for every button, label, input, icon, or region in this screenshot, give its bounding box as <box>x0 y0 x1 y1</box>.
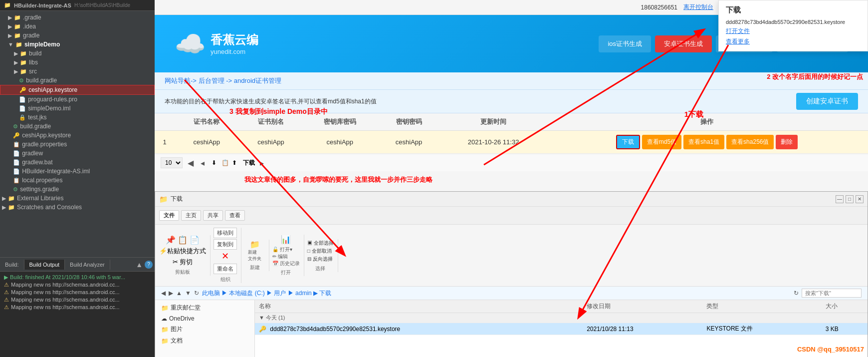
deselect-all-label[interactable]: □ 全部取消 <box>307 247 334 255</box>
nav-ios-cert[interactable]: ios证书生成 <box>599 35 651 52</box>
col-size: 大小 <box>822 300 868 313</box>
tree-item-build-gradle[interactable]: ⚙ build.gradle <box>0 76 155 85</box>
build-output-tab[interactable]: Build Output <box>24 260 65 270</box>
create-cert-button[interactable]: 创建安卓证书 <box>796 93 858 110</box>
warning-icon: ⚠ <box>4 304 9 311</box>
copy-icon[interactable]: 📋 <box>221 159 229 166</box>
scroll-up-icon[interactable]: ▲ <box>136 261 143 269</box>
tab-view[interactable]: 查看 <box>225 210 245 221</box>
tree-label: build.gradle <box>20 123 51 130</box>
tree-item-build[interactable]: ▶ 📁 build <box>0 49 155 58</box>
tree-label: settings.gradle <box>20 186 59 193</box>
tree-item-root-keystore[interactable]: 🔑 ceshiApp.keystore <box>0 131 155 140</box>
build-analyzer-tab[interactable]: Build Analyzer <box>65 260 110 270</box>
maximize-button[interactable]: □ <box>846 195 854 203</box>
tree-item-src[interactable]: ▶ 📁 src <box>0 67 155 76</box>
onedrive-icon: ☁ <box>161 315 167 322</box>
tab-home[interactable]: 主页 <box>181 210 201 221</box>
see-more-link[interactable]: 查看更多 <box>726 38 750 45</box>
folder-icon: 📁 <box>8 195 15 202</box>
tab-file[interactable]: 文件 <box>159 210 179 221</box>
spacer <box>14 87 17 93</box>
table-row: 1 ceshiApp ceshiApp ceshiApp ceshiApp 20… <box>155 131 868 154</box>
page-size-select[interactable]: 10 20 50 <box>161 157 183 168</box>
new-folder-icon[interactable]: 📁 <box>250 240 260 249</box>
tree-item-gradle2[interactable]: ▶ 📁 gradle <box>0 31 155 40</box>
copy-icon[interactable]: 📋 <box>178 235 188 245</box>
tree-item-hbuilder-iml[interactable]: 📄 HBuilder-Integrate-AS.iml <box>0 167 155 176</box>
download-filename: ddd8278c73bd4dadb5570c2990e82531.keystor… <box>726 19 861 25</box>
up-icon[interactable]: ▲ <box>176 290 182 297</box>
file-name-cell: 🔑 ddd8278c73bd4dadb5570c2990e82531.keyst… <box>255 323 583 335</box>
upload-icon[interactable]: ⬆ <box>232 159 237 166</box>
download-icon[interactable]: ⬇ <box>212 159 217 166</box>
tree-item-local-properties[interactable]: 📋 local.properties <box>0 176 155 185</box>
paste-icon[interactable]: 📄 <box>190 235 200 245</box>
history-icon[interactable]: 📅 历史记录 <box>272 261 300 266</box>
tree-item-ceshiApp-keystore[interactable]: 🔑 ceshiApp.keystore <box>0 85 155 95</box>
folder-item-chongqing[interactable]: 📁 重庆邮仁堂 <box>159 302 250 314</box>
prev-icon[interactable]: ◂ <box>199 158 207 168</box>
move-to-button[interactable]: 移动到 <box>214 228 237 238</box>
download-cert-button[interactable]: 下载 <box>616 135 640 149</box>
view-md5-button[interactable]: 查看md5值 <box>642 135 681 149</box>
tree-item-simpleDemo-iml[interactable]: 📄 simpleDemo.iml <box>0 104 155 113</box>
group-expand-icon[interactable]: ▼ <box>259 315 264 321</box>
logout-link[interactable]: 离开控制台 <box>683 3 713 11</box>
down-icon[interactable]: ▼ <box>185 290 191 297</box>
copy-to-button[interactable]: 复制到 <box>214 239 237 250</box>
help-icon[interactable]: ? <box>145 261 153 269</box>
tree-item-libs[interactable]: ▶ 📁 libs <box>0 58 155 67</box>
folder-icon: 📁 <box>20 59 27 66</box>
refresh-addr-icon[interactable]: ↻ <box>794 290 799 297</box>
tree-item-test-jks[interactable]: 🔒 test.jks <box>0 113 155 122</box>
select-all-label[interactable]: ▣ 全部选择 <box>307 239 334 247</box>
page-next-icon[interactable]: ▸ <box>258 158 266 168</box>
back-icon[interactable]: ◀ <box>161 290 166 297</box>
minimize-button[interactable]: — <box>836 195 844 203</box>
open-icon[interactable]: 🔓 打开▾ <box>272 247 292 252</box>
view-sha1-button[interactable]: 查看sha1值 <box>683 135 724 149</box>
tree-item-simpleDemo[interactable]: ▼ 📁 simpleDemo <box>0 40 155 49</box>
page-prev-icon[interactable]: ◀ <box>186 158 196 168</box>
keystore-icon: 🔑 <box>19 87 26 93</box>
tree-item-gradlew[interactable]: 📄 gradlew <box>0 149 155 158</box>
view-sha256-button[interactable]: 查看sha256值 <box>726 135 774 149</box>
tree-label: External Libraries <box>17 195 63 202</box>
folder-item-onedrive[interactable]: ☁ OneDrive <box>159 314 250 324</box>
delete-icon[interactable]: ✕ <box>214 251 237 262</box>
nav-android-cert[interactable]: 安卓证书生成 <box>655 35 712 52</box>
tree-item-settings-gradle[interactable]: ⚙ settings.gradle <box>0 185 155 194</box>
tree-item-scratches[interactable]: ▶ 📁 Scratches and Consoles <box>0 203 155 212</box>
build-line: ⚠ Mapping new ns http://schemas.android.… <box>4 281 151 289</box>
properties-icon[interactable]: 📊 <box>281 235 291 244</box>
logo-area: ☁️ 香蕉云编 yunedit.com <box>175 29 258 58</box>
tree-item-gradlew-bat[interactable]: 📄 gradlew.bat <box>0 158 155 167</box>
pagination: 10 20 50 ◀ ◂ ⬇ 📋 ⬆ 下载 ▸ <box>155 154 868 171</box>
forward-icon[interactable]: ▶ <box>169 290 173 297</box>
build-label-tab[interactable]: Build: <box>0 260 24 270</box>
open-file-link[interactable]: 打开文件 <box>726 27 750 34</box>
cut-icon[interactable]: ✂ 剪切 <box>173 258 193 267</box>
spacer <box>8 177 11 183</box>
list-item[interactable]: 🔑 ddd8278c73bd4dadb5570c2990e82531.keyst… <box>255 323 868 335</box>
paste-shortcut-icon[interactable]: ⚡粘贴快捷方式 <box>159 247 206 256</box>
tree-item-idea[interactable]: ▶ 📁 .idea <box>0 22 155 31</box>
folder-item-photos[interactable]: 📁 图片 <box>159 324 250 335</box>
tab-share[interactable]: 共享 <box>203 210 223 221</box>
edit-icon[interactable]: ✏ 编辑 <box>272 254 288 259</box>
folder-item-docs[interactable]: 📁 文档 <box>159 335 250 347</box>
tree-item-root-build-gradle[interactable]: ⚙ build.gradle <box>0 122 155 131</box>
delete-cert-button[interactable]: 删除 <box>776 135 798 149</box>
pin-icon[interactable]: 📌 <box>166 235 176 245</box>
tree-item-external-libraries[interactable]: ▶ 📁 External Libraries <box>0 194 155 203</box>
spacer <box>8 132 11 138</box>
invert-select-label[interactable]: ⊟ 反向选择 <box>307 255 334 263</box>
search-input[interactable] <box>802 289 862 298</box>
tree-item-gradle[interactable]: ▶ 📁 .gradle <box>0 13 155 22</box>
tree-item-gradle-properties[interactable]: 📋 gradle.properties <box>0 140 155 149</box>
refresh-icon[interactable]: ↻ <box>194 290 199 297</box>
rename-button[interactable]: 重命名 <box>214 264 237 274</box>
tree-item-proguard[interactable]: 📄 proguard-rules.pro <box>0 95 155 104</box>
close-button[interactable]: ✕ <box>856 195 864 203</box>
